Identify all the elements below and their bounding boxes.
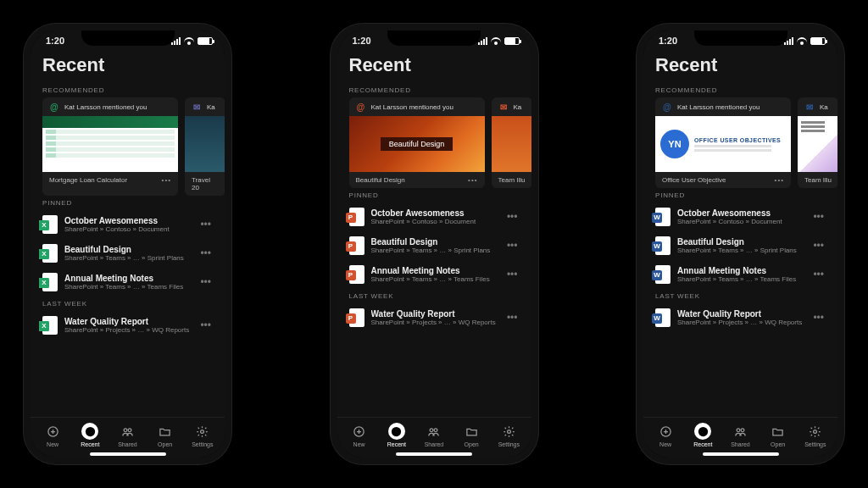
list-item[interactable]: P Water Quality ReportSharePoint » Proje… — [342, 303, 526, 332]
recommended-row[interactable]: @ Kat Larsson mentioned you YN OFFICE US… — [643, 97, 837, 188]
more-icon[interactable]: ••• — [505, 211, 520, 223]
battery-icon — [504, 37, 520, 45]
recommended-row[interactable]: @ Kat Larsson mentioned you Beautiful De… — [337, 97, 531, 188]
list-item[interactable]: W October AwesomenessSharePoint » Contos… — [648, 202, 832, 231]
section-pinned: PINNED — [643, 188, 837, 202]
nav-shared[interactable]: Shared — [723, 423, 757, 447]
excel-file-icon: X — [42, 215, 58, 234]
list-item[interactable]: P October AwesomenessSharePoint » Contos… — [342, 202, 526, 231]
file-path: SharePoint » Projects » … » WQ Reports — [64, 326, 192, 334]
recommended-card-partial[interactable]: ✉ Ka Team Illu — [492, 97, 531, 188]
page-title: Recent — [337, 51, 531, 83]
file-path: SharePoint » Teams » … » Sprint Plans — [371, 247, 498, 254]
file-path: SharePoint » Teams » … » Teams Files — [677, 275, 804, 283]
nav-label: Recent — [693, 441, 712, 447]
recommended-card-main[interactable]: @ Kat Larsson mentioned you YN OFFICE US… — [655, 97, 791, 188]
list-item[interactable]: W Annual Meeting NotesSharePoint » Teams… — [648, 260, 832, 289]
more-icon[interactable]: ••• — [505, 240, 520, 252]
status-icons — [784, 37, 826, 45]
nav-settings[interactable]: Settings — [798, 423, 832, 447]
lastweek-list: W Water Quality ReportSharePoint » Proje… — [643, 303, 837, 332]
recommended-row[interactable]: @ Kat Larsson mentioned you Mortgage Loa… — [31, 97, 225, 196]
more-icon[interactable]: ••• — [775, 176, 784, 184]
file-name: Annual Meeting Notes — [64, 274, 192, 283]
nav-open[interactable]: Open — [148, 423, 182, 447]
bottom-nav: New Recent Shared Open Settings — [643, 417, 837, 451]
excel-file-icon: X — [42, 244, 58, 263]
home-indicator[interactable] — [90, 452, 166, 456]
mention-icon: @ — [356, 102, 366, 112]
recommended-thumbnail-partial — [492, 116, 531, 172]
nav-settings[interactable]: Settings — [186, 423, 220, 447]
list-item[interactable]: X Annual Meeting NotesSharePoint » Teams… — [36, 268, 220, 297]
open-icon — [463, 423, 480, 440]
more-icon[interactable]: ••• — [811, 269, 826, 280]
recommended-mention: @ Kat Larsson mentioned you — [655, 97, 791, 116]
gear-icon — [194, 423, 211, 440]
file-name: Beautiful Design — [371, 237, 498, 247]
nav-label: Recent — [81, 441, 99, 447]
open-icon — [157, 423, 174, 440]
more-icon[interactable]: ••• — [198, 319, 213, 331]
recommended-card-partial[interactable]: ✉ Ka Travel 20 — [185, 97, 225, 196]
more-icon[interactable]: ••• — [162, 176, 171, 184]
section-lastweek: LAST WEEK — [31, 297, 225, 311]
nav-shared[interactable]: Shared — [110, 423, 144, 447]
nav-open[interactable]: Open — [454, 423, 488, 447]
recommended-thumbnail: Beautiful Design — [349, 116, 485, 172]
file-path: SharePoint » Teams » … » Teams Files — [371, 275, 498, 283]
recommended-card-main[interactable]: @ Kat Larsson mentioned you Mortgage Loa… — [42, 97, 178, 196]
mention-icon: ✉ — [192, 102, 202, 112]
more-icon[interactable]: ••• — [505, 269, 520, 280]
nav-label: Settings — [804, 441, 826, 447]
svg-point-12 — [737, 428, 740, 431]
list-item[interactable]: X Water Quality ReportSharePoint » Proje… — [36, 311, 220, 340]
section-recommended: RECOMMENDED — [337, 83, 531, 97]
list-item[interactable]: W Water Quality ReportSharePoint » Proje… — [648, 303, 832, 332]
powerpoint-file-icon: P — [349, 308, 364, 327]
open-icon — [770, 423, 787, 440]
more-icon[interactable]: ••• — [505, 312, 520, 324]
more-icon[interactable]: ••• — [468, 176, 477, 184]
more-icon[interactable]: ••• — [811, 240, 826, 252]
nav-recent[interactable]: Recent — [73, 423, 107, 447]
phone-powerpoint: 1:20 Recent RECOMMENDED @ Kat Larsson me… — [331, 24, 538, 464]
file-name: October Awesomeness — [677, 208, 804, 218]
nav-shared[interactable]: Shared — [417, 423, 451, 447]
more-icon[interactable]: ••• — [198, 276, 213, 288]
nav-open[interactable]: Open — [761, 423, 795, 447]
nav-recent[interactable]: Recent — [686, 423, 720, 447]
home-indicator[interactable] — [703, 452, 779, 456]
section-pinned: PINNED — [337, 188, 531, 202]
list-item[interactable]: P Annual Meeting NotesSharePoint » Teams… — [342, 260, 526, 289]
more-icon[interactable]: ••• — [811, 211, 826, 223]
file-path: SharePoint » Projects » … » WQ Reports — [677, 319, 804, 326]
file-name: Beautiful Design — [64, 245, 192, 254]
list-item[interactable]: W Beautiful DesignSharePoint » Teams » …… — [648, 231, 832, 260]
pinned-list: X October AwesomenessSharePoint » Contos… — [31, 210, 225, 297]
lastweek-list: X Water Quality ReportSharePoint » Proje… — [31, 311, 225, 340]
more-icon[interactable]: ••• — [198, 219, 213, 230]
nav-recent[interactable]: Recent — [380, 423, 414, 447]
nav-settings[interactable]: Settings — [492, 423, 526, 447]
nav-new[interactable]: New — [342, 423, 376, 447]
more-icon[interactable]: ••• — [198, 247, 213, 259]
recommended-card-partial[interactable]: ✉ Ka Team Illu — [798, 97, 837, 188]
screen: 1:20 Recent RECOMMENDED @ Kat Larsson me… — [337, 30, 531, 458]
file-name: Beautiful Design — [677, 237, 804, 247]
recommended-thumbnail: YN OFFICE USER OBJECTIVES — [655, 116, 791, 172]
nav-new[interactable]: New — [36, 423, 70, 447]
more-icon[interactable]: ••• — [811, 312, 826, 324]
list-item[interactable]: X October AwesomenessSharePoint » Contos… — [36, 210, 220, 239]
mention-icon: ✉ — [804, 102, 815, 112]
status-time: 1:20 — [46, 36, 64, 46]
svg-point-7 — [431, 428, 434, 431]
recommended-title-partial: Team Illu — [498, 176, 526, 184]
list-item[interactable]: P Beautiful DesignSharePoint » Teams » …… — [342, 231, 526, 260]
nav-label: New — [659, 441, 671, 447]
powerpoint-file-icon: P — [349, 208, 364, 226]
home-indicator[interactable] — [396, 452, 472, 456]
nav-new[interactable]: New — [648, 423, 682, 447]
list-item[interactable]: X Beautiful DesignSharePoint » Teams » …… — [36, 239, 220, 268]
recommended-card-main[interactable]: @ Kat Larsson mentioned you Beautiful De… — [349, 97, 485, 188]
